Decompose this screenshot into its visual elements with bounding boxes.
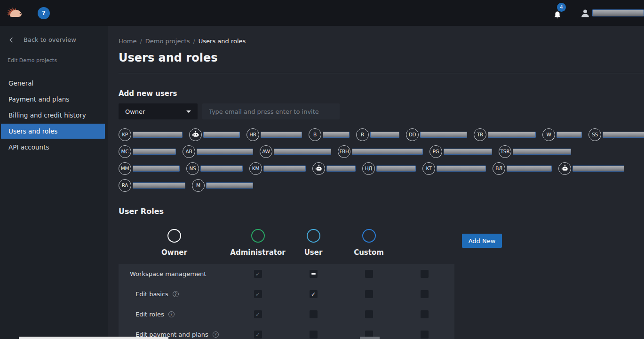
checkbox-cell — [286, 270, 341, 278]
role-column-custom: Custom — [341, 229, 397, 257]
horizontal-scrollbar-thumb[interactable] — [19, 337, 168, 339]
breadcrumb-item-demo-projects[interactable]: Demo projects — [145, 38, 190, 45]
redacted-name-bar — [323, 132, 350, 138]
avatar: PG — [429, 145, 442, 158]
member-km: KM — [249, 162, 306, 175]
permission-label-text: Edit basics — [135, 291, 168, 298]
chevron-left-icon — [9, 37, 13, 43]
help-button[interactable]: ? — [38, 7, 50, 19]
role-label-administrator: Administrator — [230, 248, 285, 257]
members-list: KPHRBRDDTRWSSMCABAWFBHPGTSRMMNSKMНДKTВЛR… — [119, 128, 644, 192]
add-new-role-button[interactable]: Add New — [462, 234, 502, 248]
avatar: KM — [249, 162, 262, 175]
checkbox-custom-empty[interactable] — [421, 331, 429, 339]
member-tr: TR — [474, 128, 536, 141]
permission-label-text: Edit roles — [135, 311, 164, 318]
role-radio-custom[interactable] — [362, 229, 376, 243]
permission-label-text: Workspace management — [130, 270, 206, 277]
sidebar-item-users-and-roles[interactable]: Users and roles — [1, 124, 105, 139]
redacted-name-bar — [274, 149, 331, 155]
checkbox-owner-checked-disabled[interactable] — [254, 331, 262, 339]
help-icon[interactable] — [173, 291, 179, 297]
back-to-overview-link[interactable]: Back to overview — [0, 26, 108, 43]
checkbox-custom-empty[interactable] — [421, 270, 429, 278]
member-: НД — [362, 162, 416, 175]
redacted-name-bar — [572, 166, 624, 172]
redacted-name-bar — [557, 132, 582, 138]
redacted-name-bar — [197, 149, 253, 155]
member-m: M — [192, 179, 253, 192]
avatar: RA — [119, 179, 131, 192]
help-icon[interactable] — [213, 331, 219, 338]
checkbox-administrator-empty[interactable] — [310, 310, 318, 318]
role-column-user: User — [286, 229, 341, 257]
member-tsr: TSR — [499, 145, 571, 158]
avatar: W — [542, 128, 555, 141]
invite-email-input[interactable] — [202, 103, 340, 119]
avatar: ВЛ — [493, 162, 505, 175]
redacted-name-bar — [603, 132, 644, 138]
sidebar-item-payment-and-plans[interactable]: Payment and plans — [1, 92, 105, 107]
avatar: MC — [119, 145, 131, 158]
avatar: TR — [474, 128, 486, 141]
add-users-heading: Add new users — [119, 89, 644, 98]
checkbox-user-empty[interactable] — [365, 270, 373, 278]
redacted-name-bar — [352, 149, 423, 155]
page-title: Users and roles — [119, 51, 644, 64]
checkbox-user-empty[interactable] — [365, 310, 373, 318]
member-dd: DD — [406, 128, 467, 141]
member-b: B — [309, 128, 350, 141]
member-ss: SS — [588, 128, 644, 141]
role-select-value: Owner — [125, 108, 145, 115]
checkbox-administrator-indeterminate[interactable] — [310, 270, 318, 278]
sidebar-item-billing-and-credit-history[interactable]: Billing and credit history — [1, 108, 105, 123]
checkbox-owner-checked-disabled[interactable] — [254, 270, 262, 278]
avatar: SS — [588, 128, 601, 141]
checkbox-user-empty[interactable] — [365, 290, 373, 298]
member-row: RAM — [119, 179, 644, 192]
bot-avatar — [312, 162, 325, 175]
checkbox-custom-empty[interactable] — [421, 290, 429, 298]
redacted-name-bar — [437, 166, 486, 172]
role-radio-administrator[interactable] — [251, 229, 265, 243]
avatar: AB — [183, 145, 195, 158]
main-content: Home/Demo projects/Users and roles Users… — [108, 26, 644, 339]
breadcrumb-item-home[interactable]: Home — [119, 38, 136, 45]
redacted-name-bar — [133, 182, 185, 189]
role-label-owner: Owner — [161, 248, 187, 257]
member-bot — [312, 162, 356, 175]
sidebar-item-api-accounts[interactable]: API accounts — [1, 140, 105, 155]
member-hr: HR — [246, 128, 302, 141]
checkbox-cell — [397, 331, 452, 339]
help-icon[interactable] — [168, 311, 175, 317]
redacted-name-bar — [203, 132, 240, 138]
checkbox-administrator-checked[interactable] — [310, 290, 318, 298]
checkbox-cell — [341, 270, 397, 278]
permission-row-edit-payment-and-plans: Edit payment and plans — [119, 324, 454, 339]
member-kp: KP — [119, 128, 183, 141]
checkbox-custom-empty[interactable] — [421, 310, 429, 318]
robot-icon — [315, 165, 323, 172]
user-menu[interactable] — [580, 8, 644, 19]
role-select-dropdown[interactable]: Owner — [119, 103, 198, 119]
member-ns: NS — [186, 162, 243, 175]
redacted-name-bar — [133, 166, 180, 172]
redacted-name-bar — [444, 149, 492, 155]
role-radio-user[interactable] — [307, 229, 320, 243]
member-mm: MM — [119, 162, 180, 175]
sidebar-item-general[interactable]: General — [1, 76, 105, 91]
avatar: KP — [119, 128, 131, 141]
notifications-button[interactable]: 4 — [553, 7, 565, 20]
sidebar-section-label: Edit Demo projects — [0, 43, 108, 63]
checkbox-owner-checked-disabled[interactable] — [254, 310, 262, 318]
bot-avatar — [558, 162, 571, 175]
role-radio-owner[interactable] — [167, 229, 181, 243]
topbar: ? 4 — [0, 0, 644, 26]
table-scrollbar-thumb[interactable] — [360, 337, 380, 339]
avatar: AW — [260, 145, 272, 158]
member-kt: KT — [422, 162, 486, 175]
checkbox-owner-checked-disabled[interactable] — [254, 290, 262, 298]
checkbox-administrator-empty[interactable] — [310, 331, 318, 339]
avatar: TSR — [499, 145, 511, 158]
roles-grid: OwnerAdministratorUserCustom — [119, 229, 452, 257]
